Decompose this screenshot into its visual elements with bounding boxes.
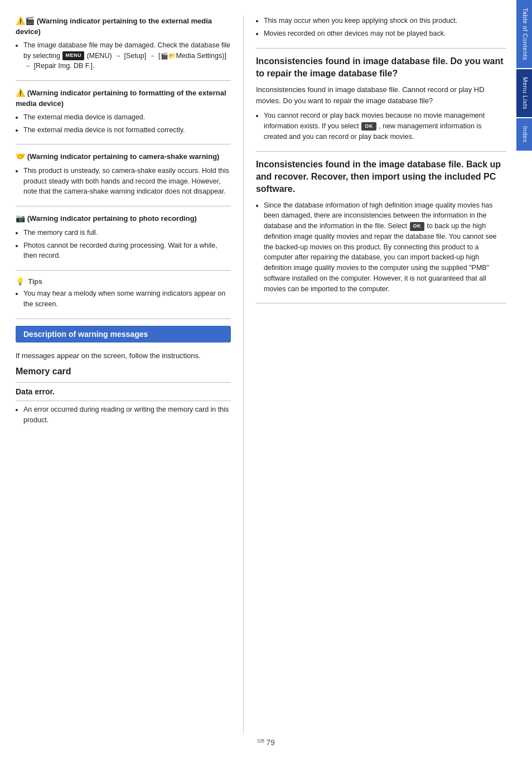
ok-badge: OK — [361, 122, 376, 131]
tips-icon: 💡 — [16, 277, 25, 286]
warning-format-icon: ⚠️ — [16, 88, 25, 97]
section2-bullets: The external media device is damaged. Th… — [16, 112, 231, 136]
menu-badge: MENU — [62, 51, 84, 60]
camera-shake-icon: 🤝 — [16, 152, 25, 161]
data-error-section: Data error. An error occurred during rea… — [16, 382, 231, 426]
data-error-bullets: An error occurred during reading or writ… — [16, 404, 231, 426]
tips-title: 💡 Tips — [16, 277, 231, 286]
section4-bullets: The memory card is full. Photos cannot b… — [16, 228, 231, 261]
tab-menu-lists[interactable]: Menu Lists — [516, 69, 532, 117]
bullet-item: The external media device is damaged. — [23, 112, 231, 123]
section-warning-camera-shake: 🤝 (Warning indicator pertaining to camer… — [16, 151, 231, 206]
warning-ext-icon: ⚠️🎬 — [16, 16, 35, 25]
section2-title: ⚠️ (Warning indicator pertaining to form… — [16, 88, 231, 109]
intro-bullets-section: This may occur when you keep applying sh… — [256, 16, 506, 49]
section-warning-formatting: ⚠️ (Warning indicator pertaining to form… — [16, 88, 231, 144]
right-section2-bullets: Since the database information of high d… — [256, 200, 506, 295]
data-error-bullet: An error occurred during reading or writ… — [23, 404, 231, 426]
if-messages-text: If messages appear on the screen, follow… — [16, 350, 231, 361]
tips-bullets: You may hear a melody when some warning … — [16, 288, 231, 310]
page-number-label: GB — [257, 738, 264, 744]
tab-table-of-contents[interactable]: Table of Contents — [516, 0, 532, 68]
intro-bullet: Movies recorded on other devices may not… — [264, 28, 506, 39]
description-header: Description of warning messages — [16, 326, 231, 343]
section3-bullets: This product is unsteady, so camera-shak… — [16, 166, 231, 197]
right-section1-bullet: You cannot record or play back movies be… — [264, 110, 506, 142]
left-column: ⚠️🎬 (Warning indicator pertaining to the… — [16, 16, 244, 735]
right-section-backup-recover: Inconsistencies found in the image datab… — [256, 158, 506, 304]
bullet-item: The image database file may be damaged. … — [23, 40, 231, 71]
section1-title: ⚠️🎬 (Warning indicator pertaining to the… — [16, 16, 231, 37]
right-section1-sub: Inconsistencies found in image database … — [256, 84, 506, 106]
page-number-bar: GB 79 — [257, 738, 275, 747]
ok-badge-2: OK — [410, 222, 425, 231]
right-section1-bullets: You cannot record or play back movies be… — [256, 110, 506, 142]
right-section2-title: Inconsistencies found in the image datab… — [256, 158, 506, 196]
intro-bullets: This may occur when you keep applying sh… — [256, 16, 506, 39]
tab-index[interactable]: Index — [516, 118, 532, 150]
right-section2-bullet: Since the database information of high d… — [264, 200, 506, 295]
right-section1-title: Inconsistencies found in image database … — [256, 55, 506, 80]
bullet-item: Photos cannot be recorded during process… — [23, 240, 231, 262]
right-column: This may occur when you keep applying sh… — [244, 16, 506, 735]
tips-section: 💡 Tips You may hear a melody when some w… — [16, 277, 231, 319]
right-section-inconsistencies-repair: Inconsistencies found in image database … — [256, 55, 506, 152]
section-warning-photo-recording: 📷 (Warning indicator pertaining to photo… — [16, 213, 231, 271]
section-warning-external-media: ⚠️🎬 (Warning indicator pertaining to the… — [16, 16, 231, 81]
bullet-item: The memory card is full. — [23, 228, 231, 238]
section3-title: 🤝 (Warning indicator pertaining to camer… — [16, 151, 231, 162]
photo-recording-icon: 📷 — [16, 214, 25, 223]
right-tabs: Table of Contents Menu Lists Index — [516, 0, 532, 757]
section4-title: 📷 (Warning indicator pertaining to photo… — [16, 213, 231, 224]
bullet-item: This product is unsteady, so camera-shak… — [23, 166, 231, 197]
data-error-title: Data error. — [16, 387, 231, 401]
section1-bullets: The image database file may be damaged. … — [16, 40, 231, 71]
bullet-item: The external media device is not formatt… — [23, 125, 231, 136]
intro-bullet: This may occur when you keep applying sh… — [264, 16, 506, 26]
page-number: 79 — [266, 738, 275, 747]
memory-card-title: Memory card — [16, 367, 231, 377]
tips-bullet: You may hear a melody when some warning … — [23, 288, 231, 310]
